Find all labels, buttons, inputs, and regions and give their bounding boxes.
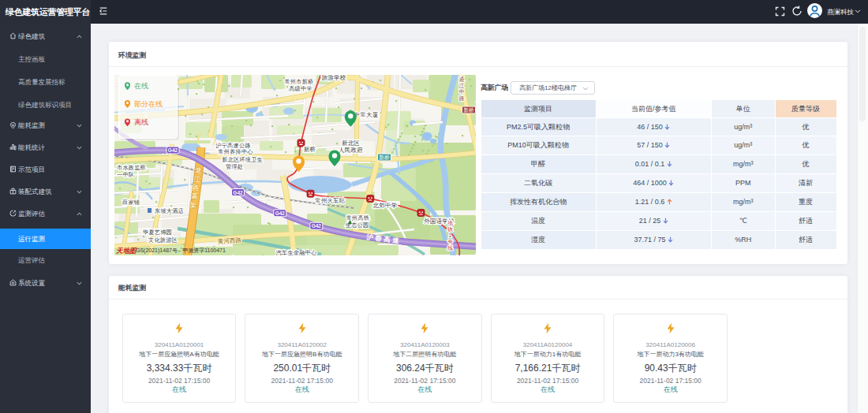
svg-text:G42: G42 [311,223,321,229]
svg-text:G42: G42 [233,190,243,195]
svg-text:部分在线: 部分在线 [134,100,163,108]
svg-text:文化旅游区: 文化旅游区 [148,236,178,244]
svg-text:通: 通 [458,76,464,82]
svg-text:北郊中学: 北郊中学 [372,202,397,209]
svg-text:常州养排中心: 常州养排中心 [218,148,253,155]
svg-text:新桥: 新桥 [303,146,316,153]
svg-text:旅游学校: 旅游学校 [321,75,346,81]
svg-text:1: 1 [448,233,451,238]
svg-text:东坡大酒店: 东坡大酒店 [154,207,184,214]
svg-text:新桥: 新桥 [463,107,474,113]
svg-text:江: 江 [458,83,464,89]
svg-text:GS(2021)1487号 - 甲测资字1100471: GS(2021)1487号 - 甲测资字1100471 [136,247,226,254]
svg-text:线: 线 [447,245,453,251]
svg-text:薛家铺: 薛家铺 [122,199,140,206]
svg-text:汽车生金融中心: 汽车生金融中心 [275,249,316,255]
svg-text:新桥: 新桥 [379,154,390,160]
svg-text:路: 路 [191,184,199,192]
svg-text:龙: 龙 [194,166,202,174]
svg-text:号: 号 [447,239,453,244]
svg-text:高级中学: 高级中学 [289,85,312,92]
svg-text:常州火车站: 常州火车站 [315,197,346,204]
svg-text:中常大厦: 中常大厦 [354,111,378,118]
svg-text:离线: 离线 [134,118,148,126]
svg-text:在线: 在线 [134,82,148,90]
svg-text:架: 架 [189,201,196,209]
svg-text:人民政府: 人民政府 [339,147,363,154]
svg-text:铁: 铁 [447,226,453,233]
svg-text:中: 中 [458,89,464,95]
svg-text:高: 高 [191,192,198,200]
svg-text:江: 江 [193,175,200,183]
svg-text:一中队: 一中队 [117,171,134,178]
svg-text:G42: G42 [167,147,178,153]
svg-text:华夏艺博园: 华夏艺博园 [142,229,172,236]
svg-text:地: 地 [447,220,453,225]
svg-text:天地图: 天地图 [115,247,137,255]
svg-text:G42: G42 [275,210,285,216]
svg-text:路: 路 [458,95,464,102]
svg-text:管理处: 管理处 [225,163,242,170]
